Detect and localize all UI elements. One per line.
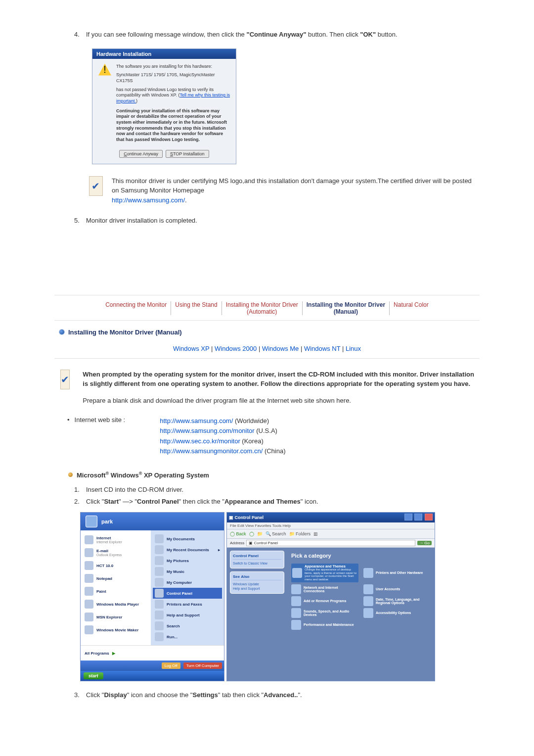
category-item[interactable]: Appearance and ThemesChange the appearan… <box>291 564 358 582</box>
link-windows-me[interactable]: Windows Me <box>262 345 299 352</box>
app-icon <box>85 587 93 596</box>
internet-website-label: • Internet web site : http://www.samsung… <box>67 416 480 456</box>
start-menu-item[interactable]: Run... <box>153 631 222 642</box>
samsung-homepage-link[interactable]: http://www.samsung.com/ <box>112 196 185 204</box>
start-menu-item[interactable]: Windows Media Player <box>83 598 149 611</box>
xp-step-2: 2. Click "Start" —> "Control Panel" then… <box>74 497 480 507</box>
minimize-icon[interactable] <box>404 514 412 520</box>
start-menu-item[interactable]: Notepad <box>83 572 149 585</box>
start-menu-item[interactable]: Control Panel <box>153 588 222 599</box>
tab-natural-color[interactable]: Natural Color <box>390 301 433 315</box>
folder-icon <box>155 545 164 554</box>
folder-icon <box>155 556 164 565</box>
step-5: 5. Monitor driver installation is comple… <box>74 216 480 226</box>
category-icon <box>291 608 301 618</box>
link-windows-2000[interactable]: Windows 2000 <box>215 345 257 352</box>
link-linux[interactable]: Linux <box>346 345 361 352</box>
up-button[interactable]: 📁 <box>257 531 263 536</box>
start-menu-item[interactable]: My Documents <box>153 533 222 544</box>
link-samsung-usa[interactable]: http://www.samsung.com/monitor <box>160 427 254 434</box>
turn-off-button[interactable]: Turn Off Computer <box>183 662 222 669</box>
start-button[interactable]: start <box>84 672 103 679</box>
start-menu-item[interactable]: Search <box>153 620 222 631</box>
go-button[interactable]: → Go <box>417 541 432 545</box>
start-menu-item[interactable]: HCT 10.0 <box>83 559 149 572</box>
start-menu-item[interactable]: E-mailOutlook Express <box>83 546 149 559</box>
side-panel-seealso: See Also Windows Update Help and Support <box>230 571 284 594</box>
step-text: If you can see following message window,… <box>86 30 398 40</box>
stop-installation-button[interactable]: STOP Installation <box>166 150 209 158</box>
help-support-link[interactable]: Help and Support <box>233 586 281 591</box>
start-menu-item[interactable]: My Recent Documents▸ <box>153 544 222 555</box>
username: park <box>101 519 113 524</box>
app-icon <box>85 535 93 544</box>
category-item[interactable]: User Accounts <box>363 584 431 594</box>
category-item[interactable]: Add or Remove Programs <box>291 596 358 606</box>
link-samsung-korea[interactable]: http://www.sec.co.kr/monitor <box>160 437 240 445</box>
xp-step-1: 1. Insert CD into the CD-ROM driver. <box>74 485 480 495</box>
category-item[interactable]: Printers and Other Hardware <box>363 564 431 582</box>
xp-step-3: 3. Click "Display" icon and choose the "… <box>74 690 480 700</box>
views-icon[interactable]: ▥ <box>313 531 318 536</box>
start-menu-item[interactable]: Windows Movie Maker <box>83 623 149 636</box>
menu-bar[interactable]: File Edit View Favorites Tools Help <box>227 522 435 529</box>
category-item[interactable]: Sounds, Speech, and Audio Devices <box>291 608 358 618</box>
category-icon <box>291 596 301 606</box>
hardware-installation-dialog: Hardware Installation ! The software you… <box>92 48 236 164</box>
switch-classic-view[interactable]: Switch to Classic View <box>233 561 281 566</box>
driver-cd-icon: ✔ <box>60 370 70 389</box>
category-item[interactable]: Network and Internet Connections <box>291 584 358 594</box>
bullet-icon <box>59 330 64 334</box>
category-item[interactable]: Accessibility Options <box>363 608 431 618</box>
start-menu-item[interactable]: My Computer <box>153 577 222 588</box>
folder-icon <box>155 611 164 619</box>
category-icon <box>363 568 373 578</box>
app-icon <box>85 574 93 583</box>
side-panel-control: Control Panel Switch to Classic View <box>230 551 284 568</box>
chevron-right-icon: ▸ <box>218 548 220 552</box>
tab-install-driver-manual[interactable]: Installing the Monitor Driver(Manual) <box>303 301 390 315</box>
start-menu-item[interactable]: Help and Support <box>153 610 222 620</box>
app-icon <box>85 613 93 621</box>
maximize-icon[interactable] <box>414 514 422 520</box>
close-icon[interactable] <box>425 514 433 520</box>
folder-icon <box>155 534 164 543</box>
log-off-button[interactable]: Log Off <box>162 662 180 669</box>
app-icon <box>85 625 93 634</box>
dialog-text: The software you are installing for this… <box>116 64 230 143</box>
start-menu-item[interactable]: My Music <box>153 566 222 577</box>
section-heading: Installing the Monitor Driver (Manual) <box>59 329 480 336</box>
start-menu-item[interactable]: Printers and Faxes <box>153 599 222 610</box>
link-samsung-ww[interactable]: http://www.samsung.com/ <box>160 417 233 425</box>
start-menu-item[interactable]: MSN Explorer <box>83 611 149 623</box>
category-icon <box>363 596 373 606</box>
category-icon <box>292 568 302 578</box>
windows-update-link[interactable]: Windows Update <box>233 582 281 586</box>
control-panel-icon: ▣ <box>229 515 235 520</box>
all-programs[interactable]: All Programs ▶ <box>83 647 117 660</box>
start-menu-item[interactable]: My Pictures <box>153 555 222 566</box>
step-number: 4. <box>74 30 83 40</box>
back-button[interactable]: ◯ Back <box>230 531 246 536</box>
search-button[interactable]: 🔍 Search <box>266 531 286 536</box>
pick-category-heading: Pick a category <box>291 553 431 559</box>
link-windows-xp[interactable]: Windows XP <box>173 345 209 352</box>
forward-button[interactable]: ◯ <box>249 531 254 536</box>
category-icon <box>291 620 301 630</box>
cdrom-instructions: ✔ When prompted by the operating system … <box>60 370 480 406</box>
tab-using-stand[interactable]: Using the Stand <box>171 301 222 315</box>
category-item[interactable]: Performance and Maintenance <box>291 620 358 630</box>
category-item[interactable]: Date, Time, Language, and Regional Optio… <box>363 596 431 606</box>
folder-icon <box>155 589 164 598</box>
link-samsung-china[interactable]: http://www.samsungmonitor.com.cn/ <box>160 447 263 455</box>
setup-nav-tabs: Connecting the Monitor Using the Stand I… <box>54 295 480 321</box>
tab-connecting-monitor[interactable]: Connecting the Monitor <box>101 301 171 315</box>
folders-button[interactable]: 📁 Folders <box>289 531 311 536</box>
start-menu-item[interactable]: Paint <box>83 585 149 598</box>
tab-install-driver-auto[interactable]: Installing the Monitor Driver(Automatic) <box>222 301 303 315</box>
start-menu-item[interactable]: InternetInternet Explorer <box>83 533 149 546</box>
address-field[interactable]: ▣ Control Panel <box>246 540 415 546</box>
continue-anyway-button[interactable]: Continue Anyway <box>119 150 163 158</box>
step-4: 4. If you can see following message wind… <box>74 30 480 40</box>
link-windows-nt[interactable]: Windows NT <box>304 345 340 352</box>
